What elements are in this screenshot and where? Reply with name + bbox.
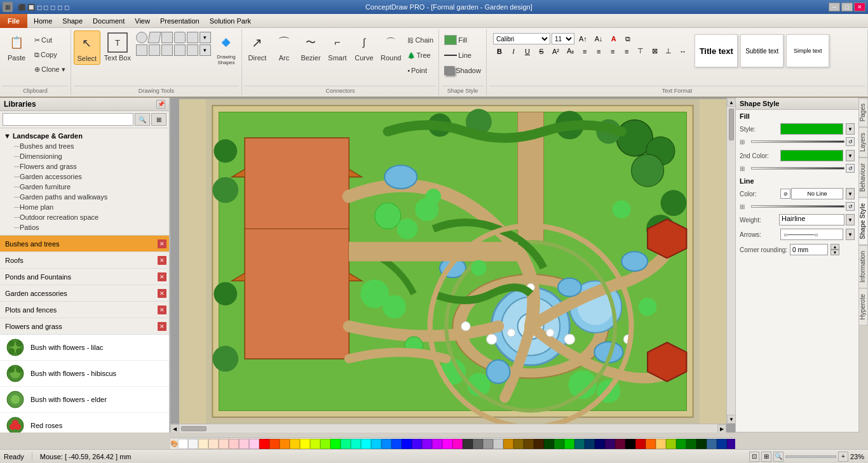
fill-button[interactable]: Fill [442, 33, 470, 47]
color-chip[interactable] [371, 439, 381, 449]
title-text-style[interactable]: Title text [695, 34, 738, 67]
canvas-scroll-vertical[interactable]: ▲ ▼ [726, 98, 735, 424]
shape-circle[interactable] [136, 32, 147, 43]
color-chip[interactable] [463, 439, 473, 449]
font-select[interactable]: Calibri [493, 33, 550, 44]
color-chip[interactable] [493, 439, 503, 449]
scroll-h-track[interactable] [179, 424, 717, 433]
weight-dropdown[interactable]: ▼ [846, 214, 855, 225]
close-flowers[interactable]: ✕ [158, 322, 166, 331]
color-chip[interactable] [320, 439, 330, 449]
direct-button[interactable]: ↗ Direct [245, 30, 270, 64]
color-chip[interactable] [574, 439, 585, 449]
lib-tree-dimensioning[interactable]: Dimensioning [0, 151, 169, 161]
scroll-v-track[interactable] [727, 107, 735, 415]
shape-rect[interactable] [161, 32, 173, 43]
side-tab-pages[interactable]: Pages [859, 98, 868, 127]
color-chip[interactable] [239, 439, 249, 449]
chain-button[interactable]: ⛓ Chain [405, 33, 436, 47]
underline-button[interactable]: U [521, 46, 534, 57]
align-left[interactable]: ≡ [578, 46, 591, 57]
point-button[interactable]: • Point [405, 64, 436, 77]
color-chip[interactable] [178, 439, 188, 449]
color-chip[interactable] [259, 439, 269, 449]
list-item[interactable]: Bush with flowers - elder [0, 387, 169, 413]
shape-sq4[interactable] [161, 44, 173, 56]
menu-solution-park[interactable]: Solution Park [205, 14, 256, 28]
color-chip[interactable] [513, 439, 524, 449]
color-chip[interactable] [442, 439, 452, 449]
lib-tree-bushes[interactable]: Bushes and trees [0, 141, 169, 151]
side-tab-shape-style[interactable]: Shape Style [859, 198, 868, 245]
palette-options-icon[interactable]: 🎨 [170, 438, 178, 450]
close-bushes[interactable]: ✕ [158, 239, 166, 248]
list-item[interactable]: Bush with flowers - lilac [0, 335, 169, 361]
color-chip[interactable] [208, 439, 219, 449]
color-chip[interactable] [361, 439, 371, 449]
color-chip[interactable] [676, 439, 686, 449]
fill-2nd-alpha-reset[interactable]: ↺ [846, 164, 855, 173]
scroll-v-thumb[interactable] [729, 109, 734, 140]
panel-ponds[interactable]: Ponds and Fountains ✕ [0, 269, 169, 285]
fill-2nd-dropdown[interactable]: ▼ [846, 150, 855, 161]
side-tab-information[interactable]: Information [859, 245, 868, 288]
close-plots[interactable]: ✕ [158, 305, 166, 314]
align-center[interactable]: ≡ [592, 46, 605, 57]
arrows-dropdown[interactable]: ▼ [846, 229, 855, 240]
color-chip[interactable] [422, 439, 432, 449]
side-tab-layers[interactable]: Layers [859, 127, 868, 158]
color-chip[interactable] [554, 439, 564, 449]
select-button[interactable]: ↖ Select [74, 30, 100, 65]
color-chip[interactable] [585, 439, 595, 449]
curve-button[interactable]: ∫ Curve [351, 30, 377, 64]
color-chip[interactable] [615, 439, 625, 449]
shape-sq2[interactable] [136, 44, 147, 56]
minimize-button[interactable]: ─ [829, 3, 840, 11]
scroll-right-btn[interactable]: ▶ [717, 424, 726, 433]
color-chip[interactable] [524, 439, 534, 449]
smart-button[interactable]: ⌐ Smart [325, 30, 350, 64]
line-alpha-reset[interactable]: ↺ [846, 202, 855, 211]
side-tab-hyperote[interactable]: Hyperote [859, 288, 868, 326]
menu-home[interactable]: Home [29, 14, 57, 28]
fill-alpha-slider[interactable] [751, 140, 844, 143]
line-button[interactable]: Line [442, 48, 474, 62]
color-chip[interactable] [391, 439, 402, 449]
font-size-select[interactable]: 11 [552, 33, 574, 44]
color-chip[interactable] [696, 439, 707, 449]
fill-2nd-swatch[interactable] [780, 150, 843, 161]
list-item[interactable]: Red roses [0, 413, 169, 433]
color-chip[interactable] [503, 439, 513, 449]
color-chip[interactable] [666, 439, 676, 449]
font-options[interactable]: ⧉ [621, 34, 634, 44]
color-chip[interactable] [219, 439, 229, 449]
color-chip[interactable] [229, 439, 239, 449]
menu-view[interactable]: View [130, 14, 155, 28]
lib-tree-paths[interactable]: Garden paths and walkways [0, 192, 169, 202]
scroll-left-btn[interactable]: ◀ [170, 424, 179, 433]
shadow-button[interactable]: Shadow [442, 64, 484, 77]
strikethrough-button[interactable]: S [535, 46, 548, 57]
shape-sq5[interactable] [174, 44, 186, 56]
panel-garden-acc[interactable]: Garden accessories ✕ [0, 285, 169, 302]
shape-sq6[interactable] [187, 44, 198, 56]
corner-input[interactable] [790, 244, 828, 255]
fill-style-swatch[interactable] [780, 123, 843, 135]
color-chip[interactable] [280, 439, 290, 449]
clone-button[interactable]: ⊕ Clone ▾ [32, 62, 68, 76]
corner-step-up[interactable]: ▲ [831, 244, 839, 250]
color-chip[interactable] [625, 439, 635, 449]
arrows-input[interactable]: ○──────○ [780, 229, 843, 240]
shape-rounded[interactable] [174, 32, 186, 43]
library-search-button[interactable]: 🔍 [135, 113, 150, 126]
shape-more[interactable]: ▾ [200, 32, 211, 43]
font-size-up[interactable]: A↑ [576, 34, 590, 44]
bezier-button[interactable]: 〜 Bezier [298, 30, 323, 64]
panel-plots[interactable]: Plots and fences ✕ [0, 302, 169, 318]
round-button[interactable]: ⌒ Round [378, 30, 403, 64]
color-chip[interactable] [290, 439, 300, 449]
zoom-in-btn[interactable]: + [838, 452, 848, 462]
text-bottom[interactable]: ⊥ [662, 46, 675, 57]
fill-alpha-reset[interactable]: ↺ [846, 137, 855, 146]
color-chip[interactable] [330, 439, 341, 449]
